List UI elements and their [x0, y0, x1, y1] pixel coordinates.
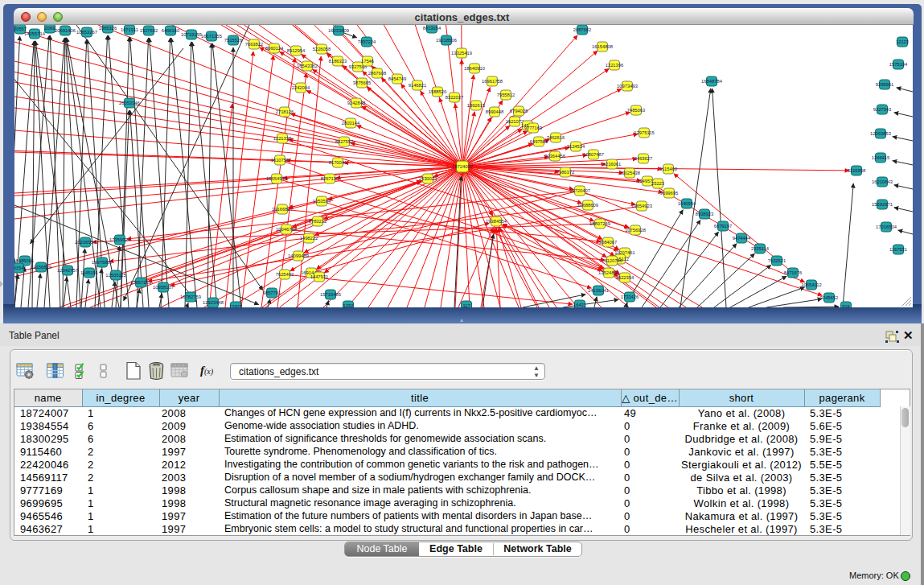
svg-text:1167531: 1167531	[889, 247, 907, 252]
svg-text:12923: 12923	[229, 304, 242, 307]
svg-text:10958107: 10958107	[153, 285, 174, 290]
svg-text:9699695: 9699695	[660, 191, 679, 196]
svg-text:10807487: 10807487	[583, 152, 604, 157]
svg-text:1498222: 1498222	[300, 236, 318, 241]
svg-text:13524851: 13524851	[598, 270, 619, 275]
svg-text:1640954: 1640954	[678, 201, 696, 206]
svg-text:19654933: 19654933	[266, 176, 287, 181]
svg-text:6794028: 6794028	[510, 109, 528, 113]
svg-text:8485061: 8485061	[16, 258, 35, 263]
svg-text:6497568: 6497568	[530, 139, 548, 144]
svg-text:7955812: 7955812	[497, 93, 515, 97]
svg-text:8170041: 8170041	[329, 160, 347, 165]
svg-text:2803144: 2803144	[342, 121, 360, 126]
svg-text:2522354: 2522354	[616, 275, 634, 280]
svg-text:7462616: 7462616	[547, 135, 565, 140]
svg-text:6879197: 6879197	[714, 224, 733, 229]
svg-text:9245652: 9245652	[820, 295, 839, 300]
svg-text:10756928: 10756928	[625, 228, 646, 233]
svg-text:2242004: 2242004	[292, 85, 310, 90]
svg-text:1362615: 1362615	[467, 103, 486, 108]
svg-text:1527602: 1527602	[140, 28, 158, 33]
svg-text:25223: 25223	[651, 181, 664, 186]
svg-text:117: 117	[462, 303, 470, 307]
svg-text:7625402: 7625402	[276, 272, 294, 277]
svg-text:7515526: 7515526	[224, 38, 243, 43]
svg-text:2718126: 2718126	[276, 109, 294, 114]
svg-text:3875685: 3875685	[353, 80, 372, 85]
svg-text:7632621: 7632621	[768, 258, 786, 263]
svg-text:8186323: 8186323	[329, 59, 347, 64]
svg-text:10719155: 10719155	[181, 32, 202, 37]
svg-text:12342757: 12342757	[57, 268, 78, 273]
svg-text:15692971: 15692971	[872, 202, 893, 207]
svg-text:20206556: 20206556	[75, 240, 96, 245]
svg-text:9227343: 9227343	[873, 107, 892, 112]
svg-text:6466160: 6466160	[162, 28, 180, 33]
svg-text:12093853: 12093853	[870, 131, 891, 136]
svg-text:3215958: 3215958	[848, 168, 866, 173]
svg-text:9115460: 9115460	[659, 167, 677, 171]
svg-text:8267130: 8267130	[321, 176, 339, 181]
svg-text:14136141: 14136141	[588, 288, 609, 293]
svg-text:18640910: 18640910	[464, 66, 485, 71]
svg-text:20691406: 20691406	[55, 28, 76, 33]
svg-text:3124534: 3124534	[567, 144, 585, 149]
svg-text:8938923: 8938923	[696, 212, 714, 216]
svg-text:5226058: 5226058	[313, 47, 331, 51]
svg-text:16154808: 16154808	[592, 44, 613, 49]
svg-text:12975115: 12975115	[634, 130, 654, 135]
svg-text:9242848: 9242848	[347, 101, 366, 105]
svg-text:9857791: 9857791	[263, 290, 281, 295]
svg-text:10046788: 10046788	[276, 227, 297, 232]
svg-text:2530023: 2530023	[419, 176, 437, 181]
svg-text:19218506: 19218506	[436, 38, 457, 43]
svg-text:2069: 2069	[45, 26, 55, 31]
svg-text:8912954: 8912954	[287, 48, 306, 53]
svg-text:17359924: 17359924	[109, 237, 131, 242]
svg-text:17957253: 17957253	[130, 280, 151, 285]
svg-text:8454749: 8454749	[388, 76, 407, 81]
svg-text:10688609: 10688609	[577, 203, 598, 208]
svg-text:7986372: 7986372	[556, 170, 575, 175]
svg-text:6216061: 6216061	[603, 162, 622, 167]
svg-text:9463627: 9463627	[634, 156, 653, 161]
svg-text:16543362: 16543362	[297, 64, 318, 68]
svg-text:10973493: 10973493	[617, 84, 638, 89]
svg-text:9299661: 9299661	[876, 82, 894, 87]
svg-text:1610755: 1610755	[271, 158, 290, 163]
svg-text:1221396: 1221396	[606, 63, 624, 68]
svg-text:12923448: 12923448	[203, 300, 224, 305]
svg-text:16120746: 16120746	[602, 258, 622, 263]
svg-text:9146821: 9146821	[409, 83, 427, 88]
svg-text:18807249: 18807249	[589, 221, 610, 226]
svg-text:16782759: 16782759	[180, 295, 201, 299]
svg-text:1071911: 1071911	[121, 27, 138, 32]
svg-text:9084067: 9084067	[599, 240, 618, 245]
svg-text:1221338: 1221338	[273, 136, 292, 141]
svg-text:1145191: 1145191	[80, 270, 98, 275]
svg-text:19166827: 19166827	[272, 207, 293, 212]
svg-text:12156829: 12156829	[31, 265, 51, 270]
svg-text:8660124: 8660124	[265, 46, 284, 51]
svg-text:16210643: 16210643	[872, 179, 893, 184]
svg-text:7663822: 7663822	[245, 42, 264, 47]
svg-text:10654112: 10654112	[801, 282, 821, 287]
svg-text:8471676: 8471676	[784, 270, 803, 275]
svg-text:16671355: 16671355	[201, 34, 222, 39]
svg-text:9474444: 9474444	[733, 236, 751, 241]
svg-text:1588520: 1588520	[429, 89, 447, 94]
svg-text:12123: 12123	[896, 39, 909, 44]
svg-text:13325419: 13325419	[451, 51, 472, 56]
svg-text:19654923: 19654923	[631, 204, 652, 208]
svg-text:16961758: 16961758	[482, 79, 503, 84]
svg-text:1292: 1292	[343, 303, 354, 307]
svg-text:2087682: 2087682	[573, 27, 592, 32]
svg-text:16033809: 16033809	[328, 28, 349, 33]
svg-text:7485063: 7485063	[627, 108, 646, 113]
svg-text:1575104: 1575104	[889, 62, 908, 67]
svg-text:12505115: 12505115	[105, 273, 125, 278]
svg-text:17546: 17546	[361, 59, 374, 64]
svg-text:14099489: 14099489	[288, 253, 309, 258]
svg-text:18724007: 18724007	[452, 164, 473, 169]
